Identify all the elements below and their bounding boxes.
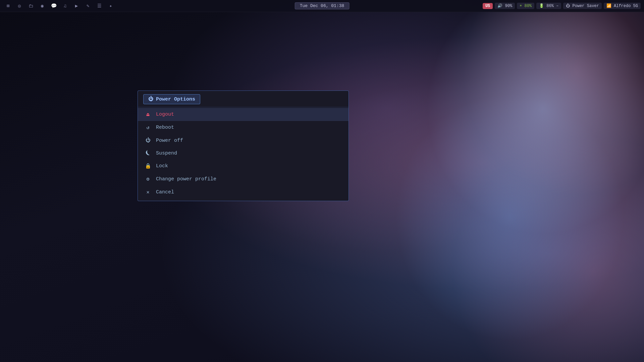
lock-icon: 🔒 (145, 163, 151, 169)
reboot-label: Reboot (156, 125, 174, 130)
power-title-label: Power Options (156, 97, 195, 102)
editor-icon[interactable]: ✎ (83, 1, 93, 11)
poweroff-label: Power off (156, 138, 183, 143)
status-area: US 🔊 90% ☀ 80% 🔋 86% – ⏻ Power Saver 📶 A… (483, 3, 641, 9)
menu-item-cancel[interactable]: ✕ Cancel (138, 186, 348, 199)
extra-icon[interactable]: ✦ (106, 1, 115, 11)
dialog-overlay: ⏻ Power Options ⏏ Logout ↺ Reboot ⏻ Powe… (0, 0, 644, 362)
menu-item-reboot[interactable]: ↺ Reboot (138, 121, 348, 134)
menu-item-lock[interactable]: 🔒 Lock (138, 160, 348, 173)
power-profile-label: Change power profile (156, 176, 216, 182)
menu-item-logout[interactable]: ⏏ Logout (138, 108, 348, 121)
brightness-badge[interactable]: ☀ 80% (517, 3, 534, 9)
browser-icon[interactable]: ◎ (15, 1, 24, 11)
wifi-badge[interactable]: 📶 Alfredo 5G (604, 3, 641, 9)
power-saver-label: ⏻ Power Saver (566, 3, 599, 8)
music-icon[interactable]: ♫ (60, 1, 70, 11)
logout-label: Logout (156, 112, 174, 117)
power-profile-icon: ⚙ (145, 176, 151, 182)
chat-icon[interactable]: 💬 (49, 1, 58, 11)
volume-badge[interactable]: 🔊 90% (495, 3, 515, 9)
battery-label: 🔋 86% – (539, 3, 558, 8)
wifi-label: 📶 Alfredo 5G (606, 3, 638, 8)
video-icon[interactable]: ▶ (72, 1, 81, 11)
power-options-dialog: ⏻ Power Options ⏏ Logout ↺ Reboot ⏻ Powe… (138, 90, 349, 201)
lock-label: Lock (156, 163, 168, 169)
cancel-icon: ✕ (145, 189, 151, 195)
clock-display: Tue Dec 06, 01:38 (295, 2, 350, 9)
power-options-title: ⏻ Power Options (143, 94, 200, 104)
brightness-label: ☀ 80% (520, 3, 532, 8)
power-title-icon: ⏻ (148, 96, 153, 102)
volume-label: 🔊 90% (497, 3, 512, 8)
battery-badge[interactable]: 🔋 86% – (536, 3, 561, 9)
notes-icon[interactable]: ☰ (95, 1, 104, 11)
power-saver-badge[interactable]: ⏻ Power Saver (563, 3, 601, 9)
menu-item-suspend[interactable]: ⏾ Suspend (138, 147, 348, 160)
keyboard-layout-label: US (485, 4, 490, 8)
dialog-title-bar: ⏻ Power Options (138, 91, 348, 107)
suspend-label: Suspend (156, 150, 177, 156)
keyboard-layout-badge[interactable]: US (483, 3, 493, 9)
top-panel: ⊞ ◎ 🗀 ◉ 💬 ♫ ▶ ✎ ☰ ✦ Tue Dec 06, 01:38 US… (0, 0, 644, 12)
menu-item-poweroff[interactable]: ⏻ Power off (138, 134, 348, 147)
logout-icon: ⏏ (145, 111, 151, 118)
taskbar-icons: ⊞ ◎ 🗀 ◉ 💬 ♫ ▶ ✎ ☰ ✦ (3, 1, 115, 11)
apps-icon[interactable]: ⊞ (3, 1, 13, 11)
reboot-icon: ↺ (145, 124, 151, 131)
power-menu: ⏏ Logout ↺ Reboot ⏻ Power off ⏾ Suspend … (138, 107, 348, 201)
files-icon[interactable]: 🗀 (26, 1, 36, 11)
firefox-icon[interactable]: ◉ (38, 1, 47, 11)
menu-item-change-power-profile[interactable]: ⚙ Change power profile (138, 173, 348, 186)
suspend-icon: ⏾ (145, 150, 151, 156)
cancel-label: Cancel (156, 189, 174, 195)
poweroff-icon: ⏻ (145, 137, 151, 143)
clock-area: Tue Dec 06, 01:38 (295, 2, 350, 9)
